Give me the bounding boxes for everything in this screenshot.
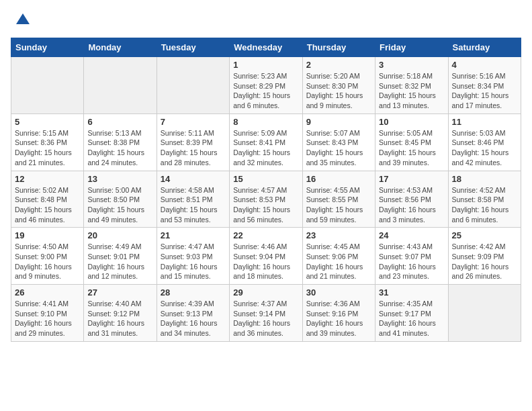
page-header [11,11,521,30]
day-number: 12 [15,174,80,184]
day-info: Sunrise: 4:43 AMSunset: 9:07 PMDaylight:… [379,242,444,281]
calendar-week-3: 12Sunrise: 5:02 AMSunset: 8:48 PMDayligh… [11,171,521,228]
day-number: 31 [379,287,444,298]
day-info: Sunrise: 4:57 AMSunset: 8:53 PMDaylight:… [233,185,298,225]
calendar-cell: 24Sunrise: 4:43 AMSunset: 9:07 PMDayligh… [375,228,448,285]
calendar-cell: 17Sunrise: 4:53 AMSunset: 8:56 PMDayligh… [375,171,448,228]
day-of-week-monday: Monday [84,38,157,57]
calendar-cell: 14Sunrise: 4:58 AMSunset: 8:51 PMDayligh… [157,171,229,228]
calendar-cell: 23Sunrise: 4:45 AMSunset: 9:06 PMDayligh… [302,228,375,285]
calendar-header: SundayMondayTuesdayWednesdayThursdayFrid… [11,38,521,57]
calendar-cell: 7Sunrise: 5:11 AMSunset: 8:39 PMDaylight… [157,113,229,171]
day-info: Sunrise: 4:46 AMSunset: 9:04 PMDaylight:… [233,242,298,281]
day-info: Sunrise: 4:36 AMSunset: 9:16 PMDaylight:… [306,299,371,338]
calendar-cell: 16Sunrise: 4:55 AMSunset: 8:55 PMDayligh… [302,171,375,228]
calendar-cell: 13Sunrise: 5:00 AMSunset: 8:50 PMDayligh… [84,171,157,228]
day-of-week-friday: Friday [375,38,448,57]
day-number: 5 [15,117,80,127]
day-info: Sunrise: 5:18 AMSunset: 8:32 PMDaylight:… [379,71,444,111]
day-info: Sunrise: 4:55 AMSunset: 8:55 PMDaylight:… [306,185,371,225]
day-info: Sunrise: 5:16 AMSunset: 8:34 PMDaylight:… [452,71,517,111]
day-info: Sunrise: 4:39 AMSunset: 9:13 PMDaylight:… [161,299,226,338]
calendar-cell: 26Sunrise: 4:41 AMSunset: 9:10 PMDayligh… [11,285,84,342]
svg-marker-0 [16,13,30,24]
day-of-week-tuesday: Tuesday [157,38,229,57]
calendar-cell [84,57,157,114]
day-of-week-wednesday: Wednesday [230,38,302,57]
day-info: Sunrise: 5:00 AMSunset: 8:50 PMDaylight:… [87,185,152,225]
day-number: 26 [15,287,80,298]
day-number: 16 [306,174,371,184]
day-info: Sunrise: 4:52 AMSunset: 8:58 PMDaylight:… [452,185,517,225]
day-of-week-saturday: Saturday [448,38,521,57]
logo [11,11,32,30]
day-info: Sunrise: 5:20 AMSunset: 8:30 PMDaylight:… [306,71,371,111]
calendar-cell: 21Sunrise: 4:47 AMSunset: 9:03 PMDayligh… [157,228,229,285]
day-number: 24 [379,230,444,240]
calendar-body: 1Sunrise: 5:23 AMSunset: 8:29 PMDaylight… [11,57,521,342]
calendar-week-2: 5Sunrise: 5:15 AMSunset: 8:36 PMDaylight… [11,113,521,171]
day-info: Sunrise: 5:23 AMSunset: 8:29 PMDaylight:… [233,71,298,111]
calendar-cell [448,285,521,342]
calendar-cell: 27Sunrise: 4:40 AMSunset: 9:12 PMDayligh… [84,285,157,342]
calendar-cell: 4Sunrise: 5:16 AMSunset: 8:34 PMDaylight… [448,57,521,114]
calendar-cell: 25Sunrise: 4:42 AMSunset: 9:09 PMDayligh… [448,228,521,285]
day-number: 27 [87,287,152,298]
calendar-cell: 2Sunrise: 5:20 AMSunset: 8:30 PMDaylight… [302,57,375,114]
day-info: Sunrise: 4:50 AMSunset: 9:00 PMDaylight:… [15,242,80,281]
day-info: Sunrise: 5:13 AMSunset: 8:38 PMDaylight:… [87,128,152,168]
calendar-week-5: 26Sunrise: 4:41 AMSunset: 9:10 PMDayligh… [11,285,521,342]
day-number: 1 [233,60,298,70]
day-info: Sunrise: 4:35 AMSunset: 9:17 PMDaylight:… [379,299,444,338]
calendar-cell: 1Sunrise: 5:23 AMSunset: 8:29 PMDaylight… [230,57,302,114]
day-number: 17 [379,174,444,184]
day-info: Sunrise: 4:41 AMSunset: 9:10 PMDaylight:… [15,299,80,338]
day-of-week-thursday: Thursday [302,38,375,57]
day-number: 2 [306,60,371,70]
day-info: Sunrise: 4:37 AMSunset: 9:14 PMDaylight:… [233,299,298,338]
day-info: Sunrise: 4:58 AMSunset: 8:51 PMDaylight:… [161,185,226,225]
day-info: Sunrise: 4:53 AMSunset: 8:56 PMDaylight:… [379,185,444,225]
calendar-cell: 18Sunrise: 4:52 AMSunset: 8:58 PMDayligh… [448,171,521,228]
calendar-cell: 12Sunrise: 5:02 AMSunset: 8:48 PMDayligh… [11,171,84,228]
day-number: 8 [233,117,298,127]
calendar-cell: 28Sunrise: 4:39 AMSunset: 9:13 PMDayligh… [157,285,229,342]
calendar-cell: 5Sunrise: 5:15 AMSunset: 8:36 PMDaylight… [11,113,84,171]
day-info: Sunrise: 4:47 AMSunset: 9:03 PMDaylight:… [161,242,226,281]
calendar-cell: 11Sunrise: 5:03 AMSunset: 8:46 PMDayligh… [448,113,521,171]
day-number: 13 [87,174,152,184]
calendar-cell: 9Sunrise: 5:07 AMSunset: 8:43 PMDaylight… [302,113,375,171]
day-number: 28 [161,287,226,298]
day-number: 6 [87,117,152,127]
day-number: 20 [87,230,152,240]
calendar-cell [157,57,229,114]
day-number: 3 [379,60,444,70]
calendar-cell: 22Sunrise: 4:46 AMSunset: 9:04 PMDayligh… [230,228,302,285]
day-info: Sunrise: 5:02 AMSunset: 8:48 PMDaylight:… [15,185,80,225]
days-of-week-row: SundayMondayTuesdayWednesdayThursdayFrid… [11,38,521,57]
day-info: Sunrise: 5:07 AMSunset: 8:43 PMDaylight:… [306,128,371,168]
day-info: Sunrise: 5:09 AMSunset: 8:41 PMDaylight:… [233,128,298,168]
calendar-week-4: 19Sunrise: 4:50 AMSunset: 9:00 PMDayligh… [11,228,521,285]
day-number: 4 [452,60,517,70]
calendar-cell: 3Sunrise: 5:18 AMSunset: 8:32 PMDaylight… [375,57,448,114]
day-number: 25 [452,230,517,240]
calendar-cell: 30Sunrise: 4:36 AMSunset: 9:16 PMDayligh… [302,285,375,342]
day-info: Sunrise: 4:45 AMSunset: 9:06 PMDaylight:… [306,242,371,281]
day-number: 18 [452,174,517,184]
day-info: Sunrise: 4:40 AMSunset: 9:12 PMDaylight:… [87,299,152,338]
day-number: 14 [161,174,226,184]
calendar-cell [11,57,84,114]
day-number: 15 [233,174,298,184]
calendar-cell: 10Sunrise: 5:05 AMSunset: 8:45 PMDayligh… [375,113,448,171]
day-info: Sunrise: 5:05 AMSunset: 8:45 PMDaylight:… [379,128,444,168]
day-info: Sunrise: 4:42 AMSunset: 9:09 PMDaylight:… [452,242,517,281]
day-number: 19 [15,230,80,240]
day-number: 11 [452,117,517,127]
calendar-week-1: 1Sunrise: 5:23 AMSunset: 8:29 PMDaylight… [11,57,521,114]
day-info: Sunrise: 5:03 AMSunset: 8:46 PMDaylight:… [452,128,517,168]
day-number: 7 [161,117,226,127]
calendar-table: SundayMondayTuesdayWednesdayThursdayFrid… [11,38,521,342]
calendar-cell: 31Sunrise: 4:35 AMSunset: 9:17 PMDayligh… [375,285,448,342]
calendar-cell: 20Sunrise: 4:49 AMSunset: 9:01 PMDayligh… [84,228,157,285]
